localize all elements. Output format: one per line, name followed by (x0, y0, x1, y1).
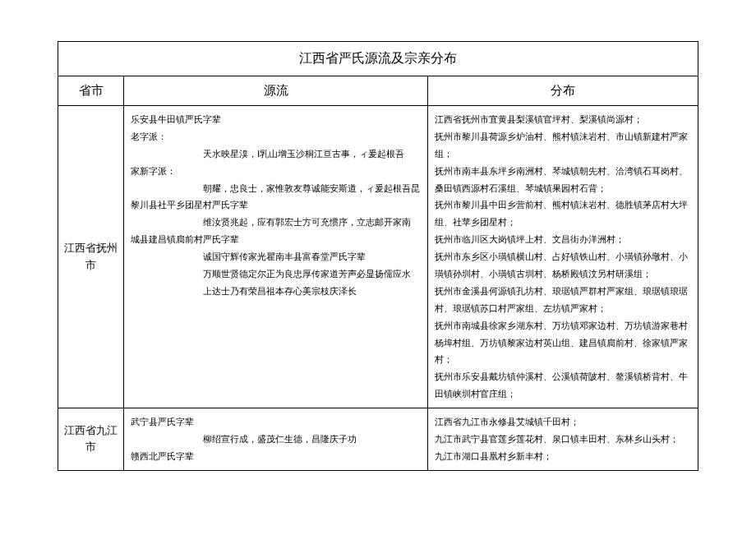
header-region: 省市 (58, 76, 124, 106)
header-fenbu: 分布 (428, 76, 698, 106)
region-cell-0: 江西省抚州市 (58, 106, 124, 408)
distribution-table: 江西省严氏源流及宗亲分布 省市 源流 分布 江西省抚州市 乐安县牛田镇严氏字辈 … (58, 41, 698, 471)
table-row: 江西省抚州市 乐安县牛田镇严氏字辈 老字派： 天水映星溴，Ⅰ乳山增玉沙桐江亘古事… (58, 106, 698, 408)
table-title: 江西省严氏源流及宗亲分布 (58, 42, 698, 76)
fenbu-cell-0: 江西省抚州市宜黄县梨溪镇官坪村、梨溪镇尚源村； 抚州市黎川县荷源乡炉油村、熊村镇… (428, 106, 698, 408)
yuanliu-cell-1: 武宁县严氏字辈 柳绍宣行成，盛茂仁生德，昌隆庆子功 赣西北严氏字辈 (124, 408, 428, 471)
yuanliu-cell-0: 乐安县牛田镇严氏字辈 老字派： 天水映星溴，Ⅰ乳山增玉沙桐江亘古事，ィ爰起根吾 … (124, 106, 428, 408)
region-cell-1: 江西省九江市 (58, 408, 124, 471)
table-row: 江西省九江市 武宁县严氏字辈 柳绍宣行成，盛茂仁生德，昌隆庆子功 赣西北严氏字辈… (58, 408, 698, 471)
fenbu-cell-1: 江西省九江市永修县艾城镇千田村； 九江市武宁县官莲乡莲花村、泉口镇丰田村、东林乡… (428, 408, 698, 471)
header-yuanliu: 源流 (124, 76, 428, 106)
